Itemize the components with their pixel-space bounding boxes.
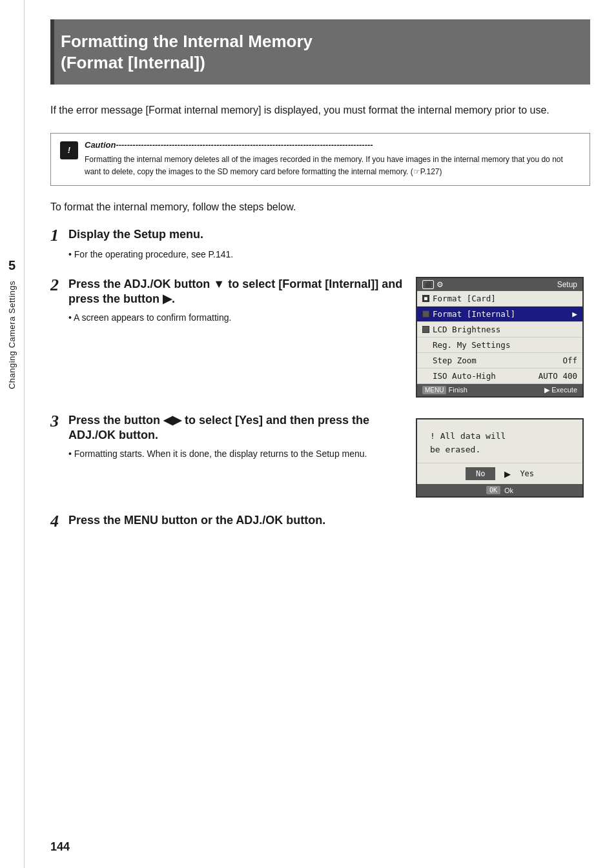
lcd-item-iso: ISO Auto-High AUTO 400 <box>417 368 582 384</box>
lcd-item-format-card: ■ Format [Card] <box>417 291 582 307</box>
step-1-number: 1 <box>50 227 65 244</box>
lcd-item-format-internal: Format [Internal] ▶ <box>417 307 582 322</box>
lcd-camera-icon: ⬛ <box>422 280 434 289</box>
step-2-header: 2 Press the ADJ./OK button ▼ to select [… <box>50 277 403 307</box>
lcd-item-left: Format [Internal] <box>422 309 515 319</box>
lcd-item-label: LCD Brightness <box>433 325 500 334</box>
lcd-yes-button: Yes <box>520 469 534 478</box>
title-block: Formatting the Internal Memory (Format [… <box>50 19 590 85</box>
intro-text: If the error message [Format internal me… <box>50 103 590 119</box>
step-4-title: Press the MENU button or the ADJ./OK but… <box>68 513 325 528</box>
lcd-checkbox-cam: ■ <box>422 295 429 302</box>
lcd-item-left: LCD Brightness <box>422 325 500 334</box>
lcd-footer-right: ▶ Execute <box>544 386 577 394</box>
step-2: 2 Press the ADJ./OK button ▼ to select [… <box>50 277 590 398</box>
caution-text: Formatting the internal memory deletes a… <box>85 155 563 176</box>
lcd-screen-top: ⬛ ⚙ Setup ■ Format [Card] <box>416 277 584 398</box>
lcd-checkbox-dark <box>422 326 429 333</box>
step-3-number: 3 <box>50 413 65 430</box>
lcd-ok-badge: OK <box>486 486 500 494</box>
lcd-no-button: No <box>466 467 495 480</box>
lcd-item-left: ISO Auto-High <box>422 371 496 381</box>
step-3-left: 3 Press the button ◀▶ to select [Yes] an… <box>50 413 403 461</box>
step-4: 4 Press the MENU button or the ADJ./OK b… <box>50 513 590 530</box>
lcd-ok-label: Ok <box>504 487 513 494</box>
lcd-item-left: Reg. My Settings <box>422 340 510 350</box>
steps-intro: To format the internal memory, follow th… <box>50 201 590 213</box>
step-1-bullet: For the operating procedure, see P.141. <box>68 248 590 261</box>
step-2-title: Press the ADJ./OK button ▼ to select [Fo… <box>68 277 403 307</box>
step-1: 1 Display the Setup menu. For the operat… <box>50 227 590 261</box>
lcd-item-label: Reg. My Settings <box>433 340 510 350</box>
lcd-warning-line2: be erased. <box>430 443 570 457</box>
step-1-header: 1 Display the Setup menu. <box>50 227 590 244</box>
lcd-settings-icon: ⚙ <box>436 280 444 289</box>
lcd-menu-items: ■ Format [Card] Format [Internal] <box>417 291 582 384</box>
lcd-screen-bottom: ! All data will be erased. No ▶ Yes OK O… <box>416 418 584 498</box>
lcd-button-row: No ▶ Yes <box>417 463 582 484</box>
step-3-bullet: Formatting starts. When it is done, the … <box>68 447 403 461</box>
step-3-right: ! All data will be erased. No ▶ Yes OK O… <box>416 413 590 498</box>
page-title: Formatting the Internal Memory (Format [… <box>61 31 577 73</box>
page-container: 5 Changing Camera Settings Formatting th… <box>0 0 616 868</box>
lcd-item-label: Format [Card] <box>433 294 496 303</box>
lcd-item-left: ■ Format [Card] <box>422 294 496 303</box>
caution-title: Caution---------------------------------… <box>85 140 580 150</box>
lcd-ok-row: OK Ok <box>417 484 582 496</box>
lcd-arrow-icon: ▶ <box>572 309 577 319</box>
step-2-right: ⬛ ⚙ Setup ■ Format [Card] <box>416 277 590 398</box>
lcd-header: ⬛ ⚙ Setup <box>417 278 582 291</box>
lcd-footer-arrow: ▶ <box>544 386 549 394</box>
lcd-header-icons: ⬛ ⚙ <box>422 280 444 289</box>
lcd-footer-execute: Execute <box>551 386 577 394</box>
step-2-number: 2 <box>50 277 65 294</box>
caution-icon-symbol: ! <box>68 145 70 155</box>
lcd-item-left: Step Zoom <box>422 356 477 365</box>
step-2-left: 2 Press the ADJ./OK button ▼ to select [… <box>50 277 403 325</box>
lcd-footer-left: MENU Finish <box>422 386 467 394</box>
caution-box: ! Caution-------------------------------… <box>50 133 590 186</box>
lcd-header-title: Setup <box>557 280 577 289</box>
sidebar-chapter-number: 5 <box>8 258 15 273</box>
page-number: 144 <box>50 840 70 854</box>
step-3: 3 Press the button ◀▶ to select [Yes] an… <box>50 413 590 498</box>
step-2-bullet: A screen appears to confirm formatting. <box>68 311 403 325</box>
lcd-item-label: ISO Auto-High <box>433 371 496 381</box>
step-1-title: Display the Setup menu. <box>68 227 203 242</box>
lcd-item-value: AUTO 400 <box>539 371 577 381</box>
step-3-row: 3 Press the button ◀▶ to select [Yes] an… <box>50 413 590 498</box>
lcd-item-reg-settings: Reg. My Settings <box>417 338 582 353</box>
step-4-header: 4 Press the MENU button or the ADJ./OK b… <box>50 513 590 530</box>
lcd-item-value: Off <box>562 356 577 365</box>
lcd-footer: MENU Finish ▶ Execute <box>417 384 582 396</box>
sidebar: 5 Changing Camera Settings <box>0 0 25 868</box>
sidebar-chapter-label: Changing Camera Settings <box>7 281 17 389</box>
lcd-item-label: Format [Internal] <box>433 309 515 319</box>
main-content: Formatting the Internal Memory (Format [… <box>25 0 616 868</box>
lcd-item-label: Step Zoom <box>433 356 477 365</box>
lcd-warning-line1: ! All data will <box>430 430 570 443</box>
lcd-btn-arrow-icon: ▶ <box>504 469 511 479</box>
step-2-row: 2 Press the ADJ./OK button ▼ to select [… <box>50 277 590 398</box>
caution-content: Caution---------------------------------… <box>85 140 580 177</box>
step-3-title: Press the button ◀▶ to select [Yes] and … <box>68 413 403 443</box>
step-3-header: 3 Press the button ◀▶ to select [Yes] an… <box>50 413 403 443</box>
lcd-checkbox-dark <box>422 310 429 318</box>
caution-icon: ! <box>60 141 78 159</box>
lcd-item-lcd-brightness: LCD Brightness <box>417 322 582 338</box>
lcd-confirm-body: ! All data will be erased. <box>417 419 582 463</box>
lcd-menu-badge: MENU <box>422 386 446 394</box>
lcd-footer-finish: Finish <box>449 386 467 394</box>
step-4-number: 4 <box>50 513 65 530</box>
lcd-item-step-zoom: Step Zoom Off <box>417 353 582 368</box>
